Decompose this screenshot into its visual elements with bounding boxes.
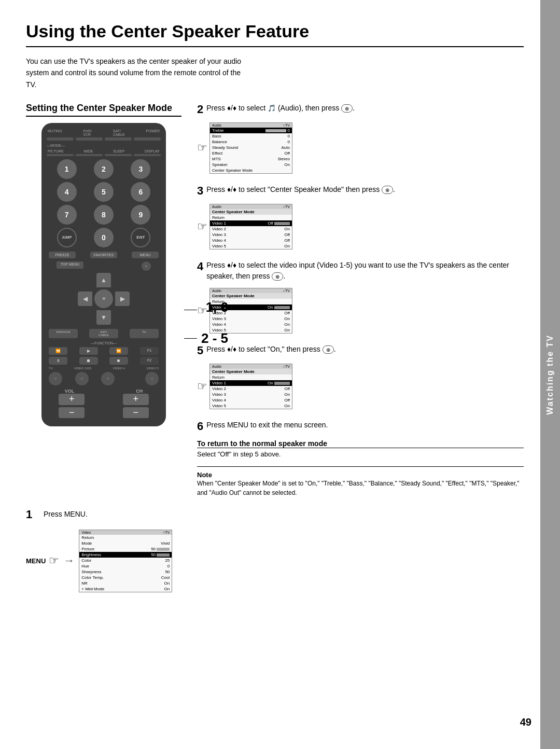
video-labels: TV VIDEO 1/2/3 VIDEO 4 VIDEO 5 bbox=[47, 367, 161, 370]
menu-btn[interactable]: MENU bbox=[132, 252, 159, 258]
dvd-vcr-btn[interactable] bbox=[76, 137, 103, 141]
btn-2[interactable]: 2 bbox=[94, 159, 114, 179]
btn-1[interactable]: 1 bbox=[57, 159, 77, 179]
func-row-1: ⏪ ▶ ⏩ F1 bbox=[47, 347, 161, 355]
video-menu-screen: Video ○TV Return ModeVivid Picture50 Bri… bbox=[79, 530, 172, 592]
vol-plus-btn[interactable]: + bbox=[59, 394, 85, 405]
page-number: 49 bbox=[520, 716, 531, 728]
ff-btn[interactable]: ⏩ bbox=[109, 347, 128, 355]
pause-btn[interactable]: ⏸ bbox=[49, 357, 67, 365]
ch-plus-btn[interactable]: + bbox=[123, 394, 149, 405]
func-row-2: ⏸ ⏹ ⏺ F2 bbox=[47, 357, 161, 365]
csp-return-row: Return bbox=[210, 215, 292, 220]
two-column-layout: Setting the Center Speaker Mode MUTING D… bbox=[26, 103, 524, 497]
vs-video4-row: Video 4On bbox=[210, 322, 292, 327]
sat-cable-btn[interactable] bbox=[105, 137, 132, 141]
video123-circle[interactable]: ○ bbox=[75, 372, 89, 385]
btn-ent[interactable]: ENT bbox=[131, 228, 150, 247]
step2-screen: ☞ Audio ○TV Treble 0 Bass0 Balance0 bbox=[197, 122, 524, 174]
wide-btn[interactable] bbox=[76, 154, 103, 156]
remote-control: MUTING DVD/VCR SAT/CABLE POWER bbox=[41, 123, 166, 426]
dpad-right[interactable]: ▶ bbox=[115, 292, 130, 306]
step2-number: 2 bbox=[197, 103, 203, 116]
right-column: 2 Press ♦/♦ to select 🎵 (Audio), then pr… bbox=[197, 103, 524, 497]
step-4: 4 Press ♦/♦ to select the video input (V… bbox=[197, 260, 524, 334]
right-tab: Watching the TV bbox=[540, 0, 560, 749]
step1-text: Press MENU. bbox=[44, 509, 88, 520]
os-video3-row: Video 3On bbox=[210, 392, 292, 397]
muting-btn[interactable] bbox=[47, 137, 74, 141]
extra-btn[interactable]: • bbox=[142, 261, 151, 271]
step3-header: 3 Press ♦/♦ to select "Center Speaker Mo… bbox=[197, 184, 524, 198]
tv-source[interactable]: TV bbox=[130, 329, 159, 338]
audio-screen-header: Audio ○TV bbox=[210, 123, 292, 128]
f1-btn[interactable]: F1 bbox=[140, 347, 159, 355]
step-5: 5 Press ♦/♦ to select "On," then press ⊕… bbox=[197, 344, 524, 409]
dpad-up[interactable]: ▲ bbox=[96, 273, 111, 287]
csp-video3-row: Video 3Off bbox=[210, 232, 292, 238]
vs-screen-header: Audio ○TV bbox=[210, 288, 292, 293]
power-btn[interactable] bbox=[134, 137, 161, 141]
os-video4-row: Video 4Off bbox=[210, 397, 292, 403]
label-2-5: 2 - 5 bbox=[201, 330, 228, 346]
remote-top-row bbox=[47, 137, 161, 141]
btn-3[interactable]: 3 bbox=[131, 159, 150, 179]
btn-8[interactable]: 8 bbox=[94, 205, 114, 225]
left-column: Setting the Center Speaker Mode MUTING D… bbox=[26, 103, 181, 497]
main-content: Using the Center Speaker Feature You can… bbox=[26, 21, 524, 728]
dpad-left[interactable]: ◀ bbox=[78, 292, 92, 306]
dpad-center-enter[interactable]: ⊕ bbox=[94, 289, 113, 308]
dvd-vcr-source[interactable]: DVD/VCR bbox=[49, 329, 78, 338]
sat-cable-source[interactable]: SAT/CABLE bbox=[89, 329, 118, 338]
video4-circle[interactable]: ○ bbox=[101, 372, 115, 385]
btn-9[interactable]: 9 bbox=[131, 205, 150, 225]
picture-row bbox=[47, 154, 161, 156]
vol-label: VOL bbox=[65, 389, 75, 394]
btn-jump[interactable]: JUMP bbox=[57, 228, 77, 247]
vs-video3-row: Video 3On bbox=[210, 316, 292, 322]
tv-circle[interactable]: ○ bbox=[49, 372, 62, 385]
stop-btn[interactable]: ⏹ bbox=[79, 357, 98, 365]
btn-5[interactable]: 5 bbox=[94, 182, 114, 202]
step-6: 6 Press MENU to exit the menu screen. bbox=[197, 420, 524, 433]
csp-video2-row: Video 2On bbox=[210, 226, 292, 232]
freeze-btn[interactable]: FREEZE bbox=[49, 252, 76, 258]
step4-text: Press ♦/♦ to select the video input (Vid… bbox=[206, 260, 524, 282]
rewind-btn[interactable]: ⏪ bbox=[49, 347, 67, 355]
enter-key-2: ⊕ bbox=[341, 104, 353, 113]
step6-number: 6 bbox=[197, 420, 203, 433]
step-2: 2 Press ♦/♦ to select 🎵 (Audio), then pr… bbox=[197, 103, 524, 174]
to-return-text: Select "Off" in step 5 above. bbox=[197, 450, 524, 458]
step3-screen: ☞ Audio ○TV Center Speaker Mode Return V… bbox=[197, 204, 524, 249]
play-btn[interactable]: ▶ bbox=[79, 347, 98, 355]
btn-4[interactable]: 4 bbox=[57, 182, 77, 202]
dpad-container: ▲ ▼ ◀ ▶ ⊕ bbox=[47, 273, 161, 325]
dpad-down[interactable]: ▼ bbox=[96, 310, 111, 325]
step4-screen: ☞ Audio ○TV Center Speaker Mode Return V… bbox=[197, 288, 524, 334]
sleep-btn[interactable] bbox=[105, 154, 132, 156]
source-row: DVD/VCR SAT/CABLE TV bbox=[47, 329, 161, 338]
screen-row-treble: Treble 0 bbox=[210, 128, 292, 133]
vm-hue: Hue0 bbox=[79, 563, 172, 569]
dpad: ▲ ▼ ◀ ▶ ⊕ bbox=[78, 273, 130, 325]
step5-header: 5 Press ♦/♦ to select "On," then press ⊕… bbox=[197, 344, 524, 357]
favorites-btn[interactable]: FAVORITES bbox=[90, 252, 117, 258]
picture-btn[interactable] bbox=[47, 154, 74, 156]
ch-minus-btn[interactable]: − bbox=[123, 407, 149, 419]
vol-minus-btn[interactable]: − bbox=[59, 407, 85, 419]
video-circle-row: ○ ○ ○ ○ bbox=[47, 372, 161, 385]
rec-btn[interactable]: ⏺ bbox=[109, 357, 128, 365]
f2-btn[interactable]: F2 bbox=[140, 357, 159, 365]
hand-icon-2: ☞ bbox=[197, 141, 207, 155]
vm-picture: Picture50 bbox=[79, 546, 172, 552]
os-video1-row: Video 1On bbox=[210, 380, 292, 386]
display-btn[interactable] bbox=[134, 154, 161, 156]
video5-circle[interactable]: ○ bbox=[145, 372, 159, 385]
step2-text: Press ♦/♦ to select 🎵 (Audio), then pres… bbox=[206, 103, 355, 114]
btn-7[interactable]: 7 bbox=[57, 205, 77, 225]
top-menu-btn[interactable]: TOP MENU bbox=[57, 261, 83, 269]
btn-6[interactable]: 6 bbox=[131, 182, 150, 202]
step6-header: 6 Press MENU to exit the menu screen. bbox=[197, 420, 524, 433]
screen5-with-hand: ☞ Audio ○TV Center Speaker Mode Return V… bbox=[197, 364, 292, 409]
btn-0[interactable]: 0 bbox=[94, 228, 114, 247]
